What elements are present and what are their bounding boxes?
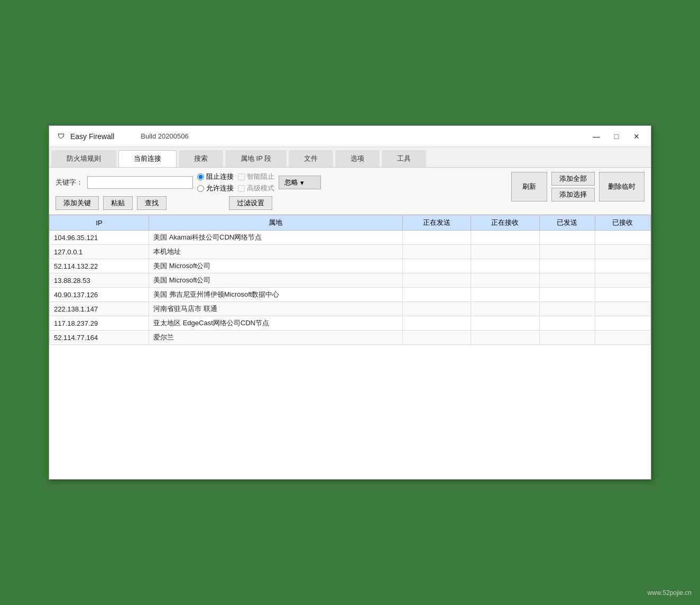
toolbar-row1: 关键字： 阻止连接 允许连接 (56, 172, 507, 193)
sent-cell (539, 259, 595, 273)
keyword-label: 关键字： (56, 178, 83, 187)
sending-cell (402, 288, 471, 302)
build-label: Build 20200506 (141, 132, 188, 140)
connections-table: IP 属地 正在发送 正在接收 已发送 已接收 104.96.35.121 美国… (49, 215, 651, 345)
toolbar-row2: 添加关键 粘贴 查找 过滤设置 (56, 196, 507, 210)
table-header-row: IP 属地 正在发送 正在接收 已发送 已接收 (50, 215, 651, 231)
radio-allow-label[interactable]: 允许连接 (197, 184, 234, 193)
col-receiving: 正在接收 (471, 215, 540, 231)
table-row[interactable]: 117.18.237.29 亚太地区 EdgeCast网络公司CDN节点 (50, 316, 651, 331)
col-received: 已接收 (595, 215, 650, 231)
receiving-cell (471, 302, 540, 316)
tab-ip-segments[interactable]: 属地 IP 段 (225, 150, 287, 167)
watermark: www.52pojie.cn (648, 589, 692, 597)
table-row[interactable]: 13.88.28.53 美国 Microsoft公司 (50, 273, 651, 288)
receiving-cell (471, 245, 540, 259)
attr-cell: 亚太地区 EdgeCast网络公司CDN节点 (149, 316, 402, 331)
advanced-mode-label[interactable]: 高级模式 (238, 184, 274, 193)
tab-firewall-rules[interactable]: 防火墙规则 (51, 150, 116, 167)
sent-cell (539, 302, 595, 316)
ip-cell: 52.114.77.164 (50, 331, 149, 345)
toolbar-right: 刷新 添加全部 添加选择 删除临时 (511, 172, 644, 210)
receiving-cell (471, 331, 540, 345)
toolbar: 关键字： 阻止连接 允许连接 (49, 168, 651, 215)
table-row[interactable]: 222.138.1.147 河南省驻马店市 联通 (50, 302, 651, 316)
col-ip: IP (50, 215, 149, 231)
add-key-button[interactable]: 添加关键 (56, 196, 99, 210)
ip-cell: 13.88.28.53 (50, 273, 149, 288)
table-row[interactable]: 52.114.132.22 美国 Microsoft公司 (50, 259, 651, 273)
tab-tools[interactable]: 工具 (382, 150, 426, 167)
filter-settings-button[interactable]: 过滤设置 (229, 196, 272, 210)
table-body: 104.96.35.121 美国 Akamai科技公司CDN网络节点 127.0… (50, 231, 651, 345)
table-row[interactable]: 127.0.0.1 本机地址 (50, 245, 651, 259)
radio-group: 阻止连接 允许连接 (197, 172, 234, 193)
sending-cell (402, 331, 471, 345)
received-cell (595, 288, 650, 302)
received-cell (595, 245, 650, 259)
toolbar-left: 关键字： 阻止连接 允许连接 (56, 172, 507, 210)
sending-cell (402, 259, 471, 273)
radio-allow[interactable] (197, 185, 204, 192)
ip-cell: 222.138.1.147 (50, 302, 149, 316)
smart-block-label[interactable]: 智能阻止 (238, 172, 274, 181)
window-controls: — □ ✕ (588, 130, 644, 143)
smart-block-checkbox[interactable] (238, 173, 245, 180)
tab-current-connections[interactable]: 当前连接 (118, 150, 177, 167)
sending-cell (402, 245, 471, 259)
toolbar-main: 关键字： 阻止连接 允许连接 (56, 172, 644, 210)
sending-cell (402, 302, 471, 316)
app-icon: 🛡 (56, 131, 66, 142)
sent-cell (539, 231, 595, 245)
tab-search[interactable]: 搜索 (179, 150, 223, 167)
sent-cell (539, 316, 595, 331)
receiving-cell (471, 288, 540, 302)
sent-cell (539, 273, 595, 288)
attr-cell: 爱尔兰 (149, 331, 402, 345)
ip-cell: 117.18.237.29 (50, 316, 149, 331)
minimize-button[interactable]: — (588, 130, 604, 143)
ip-cell: 52.114.132.22 (50, 259, 149, 273)
attr-cell: 美国 弗吉尼亚州博伊顿Microsoft数据中心 (149, 288, 402, 302)
table-row[interactable]: 104.96.35.121 美国 Akamai科技公司CDN网络节点 (50, 231, 651, 245)
paste-button[interactable]: 粘贴 (103, 196, 133, 210)
received-cell (595, 231, 650, 245)
ignore-dropdown[interactable]: 忽略 ▾ (279, 176, 321, 189)
sent-cell (539, 331, 595, 345)
tab-options[interactable]: 选项 (335, 150, 380, 167)
ip-cell: 127.0.0.1 (50, 245, 149, 259)
advanced-mode-checkbox[interactable] (238, 185, 245, 192)
receiving-cell (471, 259, 540, 273)
add-all-button[interactable]: 添加全部 (551, 172, 595, 186)
close-button[interactable]: ✕ (629, 130, 644, 143)
received-cell (595, 302, 650, 316)
col-sent: 已发送 (539, 215, 595, 231)
title-bar: 🛡 Easy Firewall Build 20200506 — □ ✕ (49, 126, 651, 147)
attr-cell: 美国 Microsoft公司 (149, 273, 402, 288)
received-cell (595, 316, 650, 331)
table-row[interactable]: 52.114.77.164 爱尔兰 (50, 331, 651, 345)
sent-cell (539, 288, 595, 302)
attr-cell: 河南省驻马店市 联通 (149, 302, 402, 316)
radio-block[interactable] (197, 173, 204, 180)
delete-temp-button[interactable]: 删除临时 (599, 172, 644, 201)
keyword-input[interactable] (87, 176, 193, 189)
attr-cell: 美国 Microsoft公司 (149, 259, 402, 273)
maximize-button[interactable]: □ (609, 130, 624, 143)
attr-cell: 美国 Akamai科技公司CDN网络节点 (149, 231, 402, 245)
received-cell (595, 273, 650, 288)
receiving-cell (471, 231, 540, 245)
radio-block-label[interactable]: 阻止连接 (197, 172, 234, 181)
refresh-button[interactable]: 刷新 (511, 172, 547, 201)
col-sending: 正在发送 (402, 215, 471, 231)
main-window: 🛡 Easy Firewall Build 20200506 — □ ✕ 防火墙… (49, 125, 651, 480)
sending-cell (402, 231, 471, 245)
received-cell (595, 259, 650, 273)
tab-files[interactable]: 文件 (289, 150, 333, 167)
col-attr: 属地 (149, 215, 402, 231)
receiving-cell (471, 316, 540, 331)
table-row[interactable]: 40.90.137.126 美国 弗吉尼亚州博伊顿Microsoft数据中心 (50, 288, 651, 302)
add-select-button[interactable]: 添加选择 (551, 188, 595, 201)
find-button[interactable]: 查找 (137, 196, 167, 210)
attr-cell: 本机地址 (149, 245, 402, 259)
